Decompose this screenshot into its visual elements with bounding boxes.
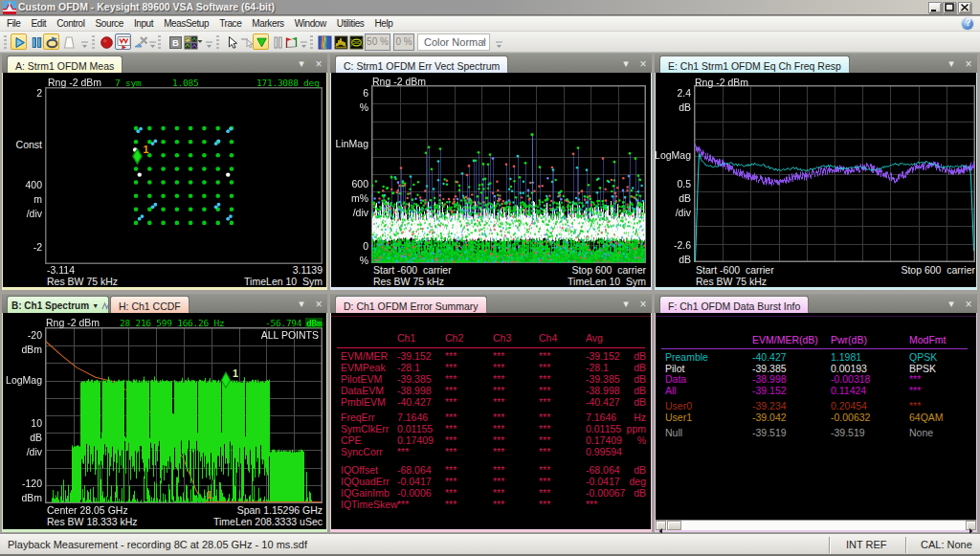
menu-item-window[interactable]: Window bbox=[289, 16, 331, 32]
y-axis-scale-per-div-label: 0.5 dB /div bbox=[655, 177, 691, 220]
toolbar-grip[interactable] bbox=[92, 35, 95, 49]
tab-h[interactable]: H: Ch1 CCDF bbox=[110, 296, 189, 313]
single-step-icon[interactable] bbox=[60, 33, 77, 50]
scroll-left-arrow[interactable] bbox=[656, 521, 666, 530]
panel-menu-icon[interactable]: ▾ bbox=[619, 57, 633, 70]
chevron-down-icon bbox=[480, 40, 486, 44]
unit-label: dB bbox=[634, 396, 646, 408]
color-mode-select[interactable]: Color Normal bbox=[417, 33, 490, 51]
panel-close-icon[interactable]: × bbox=[962, 57, 975, 71]
panel-c-tabbar: C: Strm1 OFDM Err Vect Spectrum▾× bbox=[330, 53, 652, 73]
column-header-modfmt: ModFmt bbox=[909, 334, 947, 345]
average-percent-field[interactable]: 50 % bbox=[365, 33, 390, 51]
panel-close-icon[interactable]: × bbox=[636, 298, 650, 311]
pause-icon[interactable] bbox=[28, 33, 44, 50]
panel-close-icon[interactable]: × bbox=[312, 57, 325, 71]
time-len-label: TimeLen 208.3333 uSec bbox=[213, 516, 323, 527]
recording-playback-icon[interactable] bbox=[115, 33, 131, 50]
tab-label: D: Ch1 OFDM Error Summary bbox=[344, 300, 479, 312]
menu-item-trace[interactable]: Trace bbox=[214, 16, 247, 32]
scroll-right-arrow[interactable] bbox=[966, 521, 976, 530]
trace-format-label: LogMag bbox=[655, 148, 691, 163]
panel-close-icon[interactable]: × bbox=[962, 298, 975, 311]
toolbar-overflow-icon[interactable] bbox=[80, 37, 89, 48]
avg-value: 0.01155 bbox=[586, 423, 621, 434]
toolbar-grip[interactable] bbox=[216, 35, 219, 49]
horizontal-scrollbar[interactable] bbox=[656, 520, 976, 530]
toolbar-overflow-icon[interactable] bbox=[300, 37, 308, 48]
panel-a-graticule[interactable] bbox=[45, 87, 323, 264]
help-orb-icon[interactable]: ? bbox=[962, 18, 973, 30]
menu-item-meassetup[interactable]: MeasSetup bbox=[159, 16, 214, 32]
toolbar-overflow-icon[interactable] bbox=[205, 37, 213, 48]
toolbar-grip[interactable] bbox=[158, 35, 161, 49]
input-range-label: Rng -2 dBm bbox=[48, 77, 101, 88]
tab-label: H: Ch1 CCDF bbox=[119, 300, 181, 312]
evm-value: -38.998 bbox=[752, 373, 787, 385]
eye-display-icon[interactable] bbox=[347, 33, 364, 50]
tab-d[interactable]: D: Ch1 OFDM Error Summary bbox=[335, 296, 487, 313]
menu-item-utilities[interactable]: Utilities bbox=[331, 16, 369, 32]
play-icon[interactable] bbox=[11, 33, 27, 50]
trace-format-label: LinMag bbox=[330, 137, 368, 151]
avg-value: 0.17409 bbox=[586, 434, 622, 446]
tab-e[interactable]: E: Ch1 Strm1 OFDM Eq Ch Freq Resp bbox=[659, 56, 850, 73]
toolbar-grip[interactable] bbox=[310, 35, 313, 49]
menu-item-control[interactable]: Control bbox=[52, 16, 90, 32]
panel-c-graticule[interactable] bbox=[371, 85, 646, 263]
modfmt-value: BPSK bbox=[909, 363, 936, 374]
menu-item-edit[interactable]: Edit bbox=[26, 16, 52, 32]
toolbar-overflow-icon[interactable] bbox=[148, 37, 157, 48]
title-bar[interactable]: Custom OFDM - Keysight 89600 VSA Softwar… bbox=[0, 0, 980, 15]
calibration-status[interactable]: CAL: None bbox=[921, 539, 972, 550]
tab-c[interactable]: C: Strm1 OFDM Err Vect Spectrum bbox=[335, 56, 508, 73]
panel-b-graticule[interactable] bbox=[45, 327, 323, 503]
record-icon[interactable] bbox=[98, 33, 114, 50]
ch2-value: *** bbox=[445, 423, 457, 434]
tab-b[interactable]: B: Ch1 Spectrum▼ bbox=[7, 296, 109, 313]
peak-search-icon[interactable] bbox=[253, 33, 269, 50]
ch4-value: *** bbox=[539, 446, 550, 457]
minimize-button[interactable] bbox=[928, 2, 942, 13]
panel-menu-icon[interactable]: ▾ bbox=[295, 57, 308, 70]
panel-close-icon[interactable]: × bbox=[312, 298, 325, 311]
trace-dropdown-icon[interactable]: ▼ bbox=[89, 302, 99, 309]
pwr-value: 1.1981 bbox=[831, 351, 861, 363]
menu-item-markers[interactable]: Markers bbox=[247, 16, 289, 32]
ch2-value: *** bbox=[445, 411, 457, 423]
panel-menu-icon[interactable]: ▾ bbox=[295, 298, 308, 310]
close-button[interactable] bbox=[958, 2, 971, 13]
panel-e-graticule[interactable] bbox=[694, 85, 975, 262]
panel-menu-icon[interactable]: ▾ bbox=[619, 298, 633, 310]
tab-a[interactable]: A: Strm1 OFDM Meas bbox=[7, 56, 122, 73]
menu-item-source[interactable]: Source bbox=[90, 16, 128, 32]
avg-value: -0.00067 bbox=[586, 487, 625, 499]
menu-item-input[interactable]: Input bbox=[128, 16, 158, 32]
couple-markers-icon[interactable] bbox=[282, 33, 299, 50]
ch1-value: 0.17409 bbox=[397, 434, 434, 446]
tab-f[interactable]: F: Ch1 OFDM Data Burst Info bbox=[659, 296, 809, 313]
menu-item-help[interactable]: Help bbox=[369, 16, 398, 32]
toolbar-grip[interactable] bbox=[4, 35, 7, 49]
spectrum-display-icon[interactable] bbox=[332, 33, 348, 50]
spectrogram-display-icon[interactable] bbox=[316, 33, 332, 50]
time-len-label: TimeLen 10 Sym bbox=[568, 276, 646, 287]
panel-close-icon[interactable]: × bbox=[636, 57, 650, 71]
toolbar-overflow-icon[interactable] bbox=[495, 37, 503, 48]
panel-menu-icon[interactable]: ▾ bbox=[945, 298, 958, 310]
stop-playback-icon[interactable] bbox=[132, 33, 148, 50]
scrollbar-thumb[interactable] bbox=[667, 521, 681, 530]
ch2-value: *** bbox=[445, 446, 457, 457]
vsa-application-window: Custom OFDM - Keysight 89600 VSA Softwar… bbox=[0, 0, 980, 556]
panel-menu-icon[interactable]: ▾ bbox=[945, 57, 958, 70]
evm-value: -39.042 bbox=[752, 411, 787, 423]
reference-status[interactable]: INT REF bbox=[846, 539, 887, 550]
trace-b-icon[interactable]: B bbox=[167, 33, 183, 50]
maximize-button[interactable] bbox=[943, 2, 956, 13]
select-cursor-icon[interactable] bbox=[223, 33, 239, 50]
y-axis-scale-per-div-label: 400 m /div bbox=[2, 178, 42, 221]
restart-icon[interactable] bbox=[43, 33, 59, 50]
menu-item-file[interactable]: File bbox=[0, 16, 26, 32]
pause-percent-field[interactable]: 0 % bbox=[393, 33, 414, 51]
chevron-down-icon[interactable] bbox=[196, 33, 205, 44]
